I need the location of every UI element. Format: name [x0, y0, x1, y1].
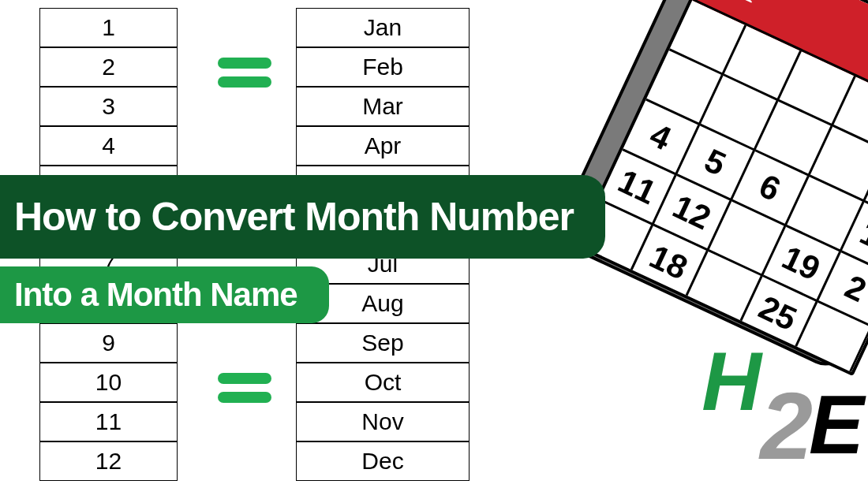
number-cell: 9 — [39, 323, 178, 363]
logo-letter-e: E — [809, 378, 864, 472]
logo-letter-h: H — [702, 334, 761, 429]
month-cell: Feb — [296, 47, 470, 87]
month-cell: Sep — [296, 323, 470, 363]
month-cell: Dec — [296, 441, 470, 481]
number-cell: 2 — [39, 47, 178, 87]
month-cell: Jan — [296, 8, 470, 47]
logo-number-2: 2 — [760, 371, 813, 480]
number-cell: 3 — [39, 87, 178, 126]
number-cell: 1 — [39, 8, 178, 47]
number-cell: 10 — [39, 363, 178, 402]
title-line-1: How to Convert Month Number — [0, 175, 605, 259]
month-cell: Apr — [296, 126, 470, 166]
equals-icon — [209, 365, 280, 411]
equals-icon — [209, 50, 280, 95]
number-cell: 12 — [39, 441, 178, 481]
month-cell: Mar — [296, 87, 470, 126]
number-cell: 11 — [39, 402, 178, 441]
month-cell: Nov — [296, 402, 470, 441]
month-cell: Oct — [296, 363, 470, 402]
number-cell: 4 — [39, 126, 178, 166]
title-line-2: Into a Month Name — [0, 266, 329, 323]
